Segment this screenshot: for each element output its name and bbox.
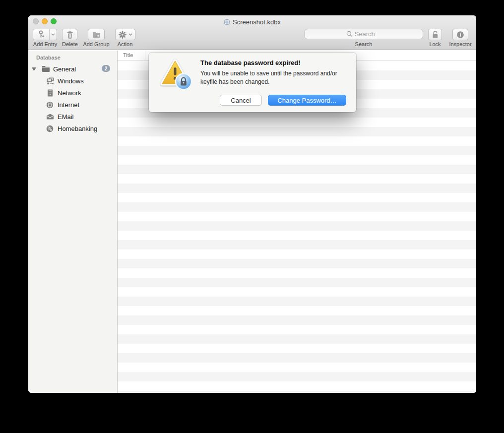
window-title: Screenshot.kdbx bbox=[233, 18, 281, 26]
delete-button[interactable] bbox=[62, 29, 77, 40]
dialog-message-line1: You will be unable to save until the pas… bbox=[200, 69, 337, 78]
document-proxy-icon bbox=[224, 19, 230, 25]
delete-label: Delete bbox=[60, 41, 80, 47]
globe-icon bbox=[46, 101, 54, 109]
lock-label: Lock bbox=[424, 41, 446, 47]
sidebar-section-header: Database bbox=[36, 55, 61, 61]
warning-lock-icon bbox=[160, 58, 194, 92]
inspector-label: Inspector bbox=[447, 41, 473, 47]
sidebar: Database General 2 bbox=[28, 51, 118, 393]
chevron-down-icon bbox=[51, 33, 55, 36]
sidebar-item-label: Windows bbox=[58, 77, 84, 85]
action-button[interactable] bbox=[115, 29, 135, 40]
add-entry-label: Add Entry bbox=[29, 41, 61, 47]
dialog-title: The database password expired! bbox=[200, 59, 301, 66]
add-entry-dropdown[interactable] bbox=[49, 29, 57, 40]
sidebar-item-network[interactable]: Network bbox=[28, 87, 117, 99]
sidebar-item-label: General bbox=[53, 65, 76, 73]
padlock-open-icon bbox=[432, 31, 439, 39]
workgroup-icon bbox=[46, 77, 55, 85]
search-field[interactable] bbox=[304, 29, 423, 39]
cancel-button[interactable]: Cancel bbox=[220, 95, 262, 106]
title-column-label: Title bbox=[123, 52, 133, 58]
trash-icon bbox=[66, 31, 73, 39]
sidebar-item-windows[interactable]: Windows bbox=[28, 75, 117, 87]
magnifier-icon bbox=[346, 31, 353, 37]
add-group-button[interactable] bbox=[88, 29, 105, 40]
column-divider[interactable] bbox=[145, 51, 145, 60]
sidebar-item-internet[interactable]: Internet bbox=[28, 99, 117, 111]
chevron-down-icon bbox=[128, 33, 132, 36]
search-label: Search bbox=[304, 41, 423, 47]
folder-plus-icon bbox=[92, 31, 101, 38]
window-title-bar: Screenshot.kdbx bbox=[28, 17, 476, 26]
change-password-button[interactable]: Change Password… bbox=[268, 95, 346, 106]
folder-icon bbox=[42, 65, 50, 72]
add-entry-button[interactable] bbox=[33, 29, 57, 40]
titlebar-toolbar: Screenshot.kdbx bbox=[28, 15, 476, 50]
entry-count-badge: 2 bbox=[102, 65, 110, 72]
sidebar-item-label: Homebanking bbox=[58, 125, 97, 132]
dialog-message-line2: keyfile has been changed. bbox=[200, 78, 337, 86]
password-expired-dialog: The database password expired! You will … bbox=[149, 53, 356, 112]
key-plus-icon bbox=[38, 30, 45, 39]
search-input[interactable] bbox=[355, 30, 381, 38]
sidebar-item-homebanking[interactable]: Homebanking bbox=[28, 123, 117, 134]
percent-circle-icon bbox=[46, 125, 54, 132]
server-icon bbox=[47, 89, 53, 97]
action-label: Action bbox=[105, 41, 145, 47]
sidebar-item-label: Internet bbox=[58, 101, 79, 109]
inspector-button[interactable] bbox=[452, 29, 468, 40]
sidebar-item-general[interactable]: General 2 bbox=[28, 63, 117, 75]
gear-icon bbox=[119, 31, 126, 39]
disclosure-triangle-icon[interactable] bbox=[32, 67, 36, 71]
sidebar-item-email[interactable]: EMail bbox=[28, 111, 117, 123]
dialog-message: You will be unable to save until the pas… bbox=[200, 69, 337, 86]
sidebar-item-label: Network bbox=[58, 89, 81, 97]
info-circle-icon bbox=[456, 31, 464, 39]
sidebar-item-label: EMail bbox=[58, 113, 74, 121]
envelope-icon bbox=[46, 114, 54, 120]
lock-button[interactable] bbox=[428, 29, 442, 40]
